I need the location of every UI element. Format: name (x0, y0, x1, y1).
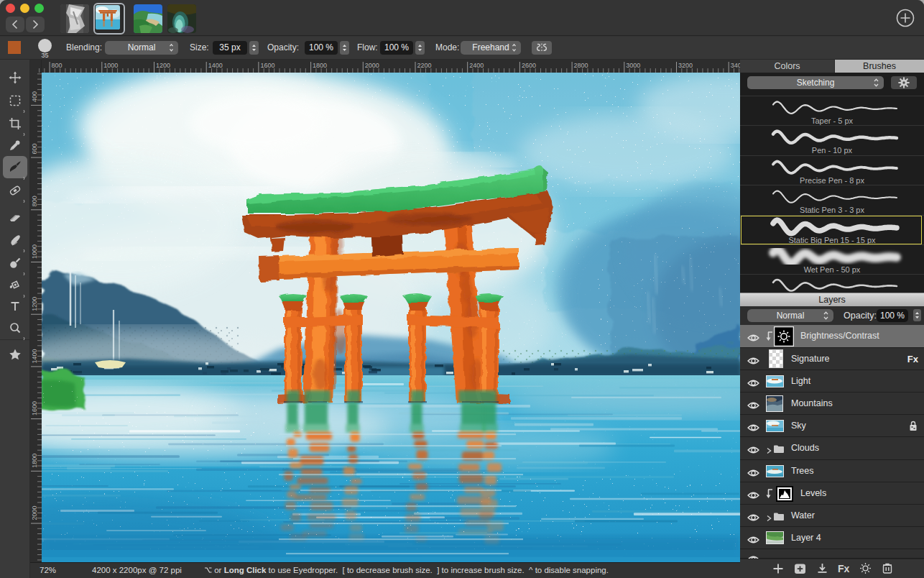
svg-text:3000: 3000 (626, 62, 640, 69)
svg-text:2000: 2000 (365, 62, 379, 69)
svg-text:400: 400 (31, 91, 38, 102)
svg-text:2800: 2800 (574, 62, 588, 69)
svg-text:800: 800 (31, 196, 38, 206)
svg-text:600: 600 (31, 144, 38, 155)
svg-text:2400: 2400 (469, 62, 484, 69)
svg-text:800: 800 (52, 62, 63, 69)
svg-text:1000: 1000 (103, 62, 118, 69)
svg-text:1600: 1600 (31, 401, 38, 416)
svg-text:1800: 1800 (313, 62, 327, 69)
svg-text:2200: 2200 (417, 62, 432, 69)
svg-text:1400: 1400 (208, 62, 223, 69)
svg-text:2000: 2000 (31, 505, 38, 520)
svg-text:1000: 1000 (31, 244, 38, 259)
svg-text:1600: 1600 (260, 62, 274, 69)
svg-text:3200: 3200 (678, 62, 693, 69)
svg-text:2600: 2600 (522, 62, 536, 69)
svg-text:1800: 1800 (31, 454, 38, 468)
svg-text:1400: 1400 (31, 349, 38, 363)
svg-text:1200: 1200 (156, 62, 170, 69)
svg-text:1200: 1200 (31, 297, 38, 311)
svg-text:3400: 3400 (731, 62, 740, 69)
